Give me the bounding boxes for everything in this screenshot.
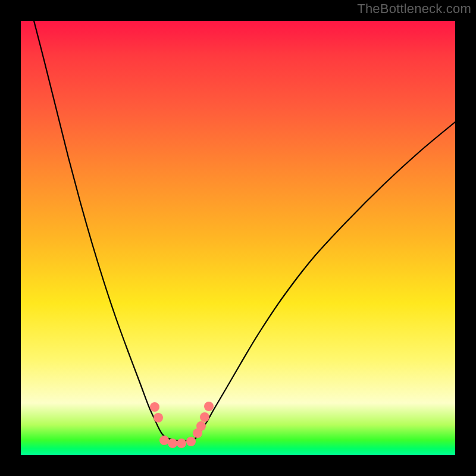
data-point — [200, 412, 209, 422]
curve-right-branch — [196, 122, 455, 437]
data-point — [168, 439, 177, 448]
data-point — [186, 437, 196, 446]
plot-area — [21, 21, 455, 455]
curve-left-branch — [34, 21, 167, 438]
data-point — [159, 436, 169, 445]
data-point — [154, 413, 163, 422]
chart-frame: TheBottleneck.com — [0, 0, 476, 476]
data-point — [177, 439, 186, 448]
watermark-text: TheBottleneck.com — [357, 1, 471, 17]
data-point — [150, 402, 159, 412]
data-point — [204, 402, 214, 411]
data-point — [196, 421, 206, 431]
curve-layer — [21, 21, 455, 455]
